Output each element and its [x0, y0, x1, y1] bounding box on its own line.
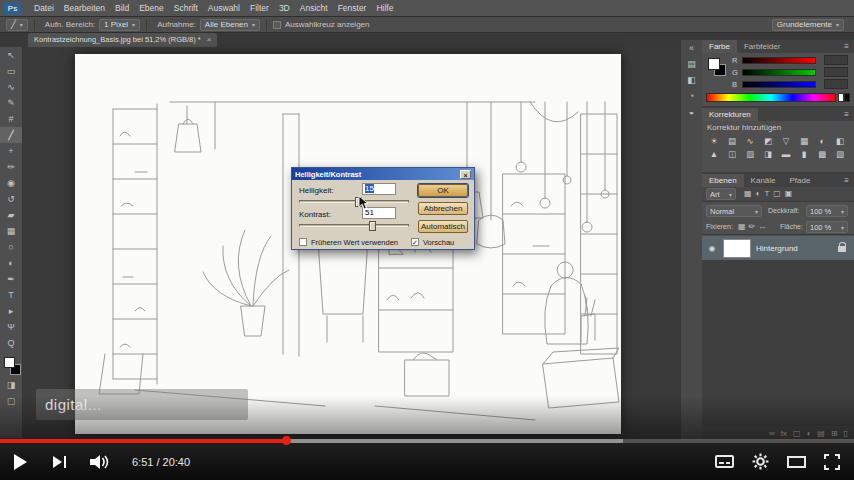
red-value-field[interactable] — [824, 55, 848, 65]
opacity-field[interactable]: 100 % ▾ — [806, 205, 848, 217]
subtitles-icon[interactable] — [715, 455, 734, 468]
blend-mode-dropdown[interactable]: Normal ▾ — [706, 205, 762, 217]
pen-tool[interactable]: ✒ — [0, 271, 22, 287]
brush-tool[interactable]: ✏ — [0, 159, 22, 175]
lock-icons[interactable]: ▦✏↔ — [738, 222, 769, 231]
gradient-tool[interactable]: ▦ — [0, 223, 22, 239]
menu-schrift[interactable]: Schrift — [169, 0, 203, 16]
next-button[interactable] — [53, 456, 66, 468]
green-value-field[interactable] — [824, 67, 848, 77]
red-slider[interactable] — [742, 57, 816, 64]
tab-farbe[interactable]: Farbe — [702, 40, 737, 53]
gradient-map-icon[interactable]: ▨ — [831, 148, 849, 161]
cancel-button[interactable]: Abbrechen — [418, 202, 468, 215]
threshold-icon[interactable]: ▮ — [795, 148, 813, 161]
menu-filter[interactable]: Filter — [245, 0, 274, 16]
clone-stamp-tool[interactable]: ◉ — [0, 175, 22, 191]
eyedropper-tool[interactable]: ╱ — [0, 127, 22, 143]
fullscreen-icon[interactable] — [824, 454, 840, 470]
video-player[interactable]: Ps Datei Bearbeiten Bild Ebene Schrift A… — [0, 0, 854, 480]
contrast-slider-thumb[interactable] — [369, 221, 376, 231]
new-layer-icon[interactable]: ⊞ — [831, 429, 838, 438]
history-panel-icon[interactable]: ▤ — [681, 56, 702, 72]
sample-size-dropdown[interactable]: 1 Pixel ▾ — [99, 19, 140, 31]
menu-fenster[interactable]: Fenster — [333, 0, 372, 16]
hue-saturation-icon[interactable]: ▦ — [795, 135, 813, 148]
black-white-icon[interactable]: ◧ — [831, 135, 849, 148]
layer-mask-icon[interactable]: ▢ — [793, 429, 801, 438]
selective-color-icon[interactable]: ▩ — [813, 148, 831, 161]
menu-bild[interactable]: Bild — [110, 0, 134, 16]
color-swatches[interactable] — [0, 355, 22, 377]
sample-dropdown[interactable]: Alle Ebenen ▾ — [200, 19, 260, 31]
auto-button[interactable]: Automatisch — [418, 220, 468, 233]
tab-close-icon[interactable]: × — [207, 33, 212, 47]
navigator-panel-icon[interactable]: ◒ — [681, 104, 702, 120]
legacy-checkbox[interactable] — [299, 238, 307, 246]
panel-menu-icon[interactable]: ≡ — [839, 174, 854, 187]
levels-icon[interactable]: ▤ — [723, 135, 741, 148]
document-tab[interactable]: Kontrastzeichnung_Basis.jpg bei 51,2% (R… — [28, 33, 217, 47]
ramp-black-swatch[interactable] — [844, 93, 850, 102]
layer-effects-icon[interactable]: fx — [781, 429, 787, 438]
filter-type-dropdown[interactable]: Art ▾ — [706, 188, 736, 200]
channel-mixer-icon[interactable]: ◫ — [723, 148, 741, 161]
info-panel-icon[interactable]: ◔ — [681, 88, 702, 104]
foreground-color-swatch[interactable] — [4, 357, 15, 368]
dialog-titlebar[interactable]: Helligkeit/Kontrast × — [292, 168, 474, 180]
brightness-slider-track[interactable] — [299, 200, 409, 203]
settings-gear-icon[interactable] — [752, 453, 769, 470]
layer-group-icon[interactable]: ▤ — [817, 429, 825, 438]
panel-menu-icon[interactable]: ≡ — [839, 108, 854, 121]
workspace-switcher[interactable]: Grundelemente ▾ — [772, 19, 844, 31]
hand-tool[interactable]: Ψ — [0, 319, 22, 335]
brightness-contrast-icon[interactable]: ☀ — [705, 135, 723, 148]
foreground-color-chip[interactable] — [708, 58, 720, 70]
move-tool[interactable]: ↖ — [0, 47, 22, 63]
blue-slider[interactable] — [742, 81, 816, 88]
history-brush-tool[interactable]: ↺ — [0, 191, 22, 207]
contrast-slider-track[interactable] — [299, 224, 409, 227]
photo-filter-icon[interactable]: ▲ — [705, 148, 723, 161]
preview-checkbox[interactable]: ✓ — [411, 238, 419, 246]
play-button[interactable] — [14, 454, 27, 470]
type-tool[interactable]: T — [0, 287, 22, 303]
invert-icon[interactable]: ◨ — [759, 148, 777, 161]
zoom-tool[interactable]: Q — [0, 335, 22, 351]
marquee-tool[interactable]: ▭ — [0, 63, 22, 79]
delete-layer-icon[interactable]: ▯ — [844, 429, 848, 438]
menu-ebene[interactable]: Ebene — [134, 0, 169, 16]
adjustment-layer-icon[interactable]: ◐ — [806, 429, 811, 438]
layer-visibility-icon[interactable]: ◉ — [706, 244, 718, 253]
dialog-close-button[interactable]: × — [460, 170, 471, 179]
tab-farbfelder[interactable]: Farbfelder — [737, 40, 787, 53]
layer-thumbnail[interactable] — [723, 239, 751, 258]
menu-ansicht[interactable]: Ansicht — [295, 0, 333, 16]
quick-selection-tool[interactable]: ✎ — [0, 95, 22, 111]
volume-icon[interactable] — [90, 454, 112, 470]
link-layers-icon[interactable]: ∞ — [769, 429, 775, 438]
green-slider[interactable] — [742, 69, 816, 76]
ok-button[interactable]: OK — [418, 184, 468, 197]
menu-datei[interactable]: Datei — [29, 0, 59, 16]
dodge-tool[interactable]: ◐ — [0, 255, 22, 271]
menu-bearbeiten[interactable]: Bearbeiten — [59, 0, 110, 16]
quick-mask-icon[interactable]: ◨ — [0, 377, 22, 393]
fill-field[interactable]: 100 % ▾ — [806, 221, 848, 233]
path-selection-tool[interactable]: ▸ — [0, 303, 22, 319]
color-lookup-icon[interactable]: ▥ — [741, 148, 759, 161]
tab-ebenen[interactable]: Ebenen — [702, 174, 744, 187]
eraser-tool[interactable]: ▰ — [0, 207, 22, 223]
posterize-icon[interactable]: ▬ — [777, 148, 795, 161]
tab-pfade[interactable]: Pfade — [783, 174, 818, 187]
blur-tool[interactable]: ○ — [0, 239, 22, 255]
menu-3d[interactable]: 3D — [274, 0, 295, 16]
tab-korrekturen[interactable]: Korrekturen — [702, 108, 758, 121]
brightness-input[interactable]: 15 — [362, 183, 396, 195]
menu-auswahl[interactable]: Auswahl — [203, 0, 245, 16]
layer-row-hintergrund[interactable]: ◉ Hintergrund — [702, 236, 854, 260]
theater-mode-icon[interactable] — [787, 456, 806, 468]
collapse-panels-icon[interactable]: « — [681, 40, 702, 56]
menu-hilfe[interactable]: Hilfe — [371, 0, 398, 16]
vibrance-icon[interactable]: ▽ — [777, 135, 795, 148]
